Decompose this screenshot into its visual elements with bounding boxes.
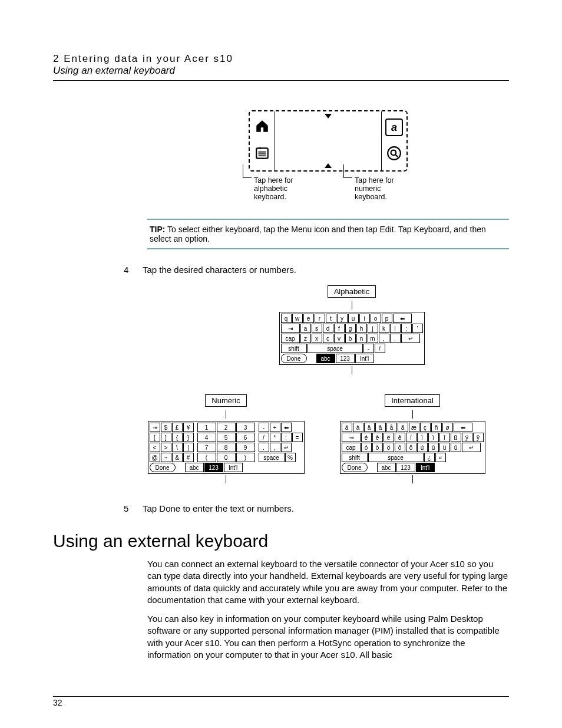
keyboard-key: space bbox=[259, 453, 285, 462]
keyboard-key: & bbox=[172, 453, 183, 462]
keyboard-key: [ bbox=[150, 433, 160, 442]
keyboard-key: shift bbox=[281, 344, 307, 353]
keyboard-key: ] bbox=[161, 433, 171, 442]
keyboard-key: f bbox=[334, 324, 345, 333]
keyboard-key: l bbox=[390, 324, 401, 333]
svg-line-6 bbox=[395, 154, 398, 157]
keyboard-key: ⇥ bbox=[281, 324, 300, 333]
keyboard-key: Int'l bbox=[355, 354, 374, 363]
keyboard-key: ) bbox=[236, 453, 255, 462]
keyboard-key: í bbox=[406, 433, 416, 442]
keyboard-key: k bbox=[379, 324, 389, 333]
keyboard-key: h bbox=[356, 324, 367, 333]
tip-label: TIP: bbox=[150, 225, 165, 234]
keyboard-key: q bbox=[281, 314, 292, 323]
keyboard-key: y bbox=[337, 314, 348, 323]
keyboard-key: space bbox=[308, 344, 363, 353]
keyboard-key: 5 bbox=[217, 433, 236, 442]
keyboard-key: p bbox=[382, 314, 392, 323]
keyboard-key: ó bbox=[361, 443, 372, 452]
keyboard-key: 123 bbox=[336, 354, 355, 363]
keyboard-alpha: Alphabetic qwertyuiop⬅⇥asdfghjkl;'capzxc… bbox=[279, 285, 425, 377]
keyboard-key: r bbox=[315, 314, 325, 323]
keyboard-key: . bbox=[390, 334, 401, 343]
keyboard-key: õ bbox=[406, 443, 416, 452]
menu-icon bbox=[254, 146, 270, 163]
keyboard-key: å bbox=[386, 423, 397, 432]
keyboard-key: ↵ bbox=[281, 443, 292, 452]
graffiti-writing-area bbox=[275, 111, 381, 170]
page: 2 Entering data in your Acer s10 Using a… bbox=[0, 0, 562, 725]
keyboard-key: j bbox=[368, 324, 378, 333]
triangle-up-icon bbox=[325, 163, 332, 168]
keyboard-key: 1 bbox=[197, 423, 216, 432]
running-header: 2 Entering data in your Acer s10 Using a… bbox=[53, 53, 509, 77]
keyboard-alpha-title: Alphabetic bbox=[328, 285, 376, 298]
svg-rect-0 bbox=[256, 148, 268, 158]
keyboard-key: ' bbox=[412, 324, 423, 333]
header-rule bbox=[53, 80, 509, 81]
keyboard-key: 4 bbox=[197, 433, 216, 442]
keyboard-key: w bbox=[292, 314, 303, 323]
keyboard-key: % bbox=[285, 453, 296, 462]
keyboard-key: ö bbox=[384, 443, 394, 452]
keyboard-numeric-title: Numeric bbox=[205, 394, 246, 407]
keyboard-key: , bbox=[379, 334, 389, 343]
keyboard-key: cap bbox=[281, 334, 300, 343]
keyboard-key: e bbox=[303, 314, 314, 323]
keyboard-key: ê bbox=[395, 433, 405, 442]
keyboard-key: Int'l bbox=[416, 463, 435, 472]
keyboard-key: n bbox=[356, 334, 367, 343]
keyboard-key: z bbox=[300, 334, 311, 343]
step-5-text: Tap Done to enter the text or numbers. bbox=[143, 503, 294, 513]
at-icon: a bbox=[385, 118, 403, 136]
keyboard-key: @ bbox=[150, 453, 160, 462]
keyboard-key: } bbox=[183, 433, 194, 442]
callout-alpha: Tap here for alphabetic keyboard. bbox=[243, 176, 313, 201]
keyboard-key: « bbox=[435, 453, 446, 462]
callout-alpha-text: Tap here for alphabetic keyboard. bbox=[254, 176, 313, 201]
keyboard-key: $ bbox=[161, 423, 171, 432]
keyboard-key: * bbox=[270, 433, 280, 442]
keyboard-key: / bbox=[375, 344, 385, 353]
keyboard-key: û bbox=[451, 443, 461, 452]
keyboard-key: # bbox=[183, 453, 194, 462]
keyboard-key: ü bbox=[439, 443, 450, 452]
svg-point-5 bbox=[391, 150, 396, 156]
keyboard-key: á bbox=[342, 423, 352, 432]
keyboard-key: ä bbox=[364, 423, 375, 432]
callout-numeric: Tap here for numeric keyboard. bbox=[343, 176, 414, 201]
keyboard-key: b bbox=[345, 334, 356, 343]
keyboard-key: 0 bbox=[217, 453, 236, 462]
page-number: 32 bbox=[53, 698, 62, 707]
keyboard-key: i bbox=[359, 314, 370, 323]
graffiti-left-icons bbox=[250, 111, 275, 170]
keyboard-numeric: Numeric ⇥$£¥123-+⬅[]{}456/*:=<>\|789.,↵@… bbox=[148, 394, 305, 486]
keyboard-key: . bbox=[259, 443, 269, 452]
keyboard-key: ã bbox=[398, 423, 408, 432]
keyboard-key: 123 bbox=[204, 463, 223, 472]
keyboard-key: ø bbox=[442, 423, 453, 432]
triangle-down-icon bbox=[325, 114, 332, 118]
keyboard-key: ñ bbox=[431, 423, 442, 432]
keyboard-key: ç bbox=[420, 423, 431, 432]
keyboard-key: ; bbox=[401, 324, 412, 333]
keyboard-key: : bbox=[281, 433, 292, 442]
keyboard-key: shift bbox=[342, 453, 368, 462]
keyboard-key: Done bbox=[150, 463, 176, 472]
keyboard-key: ↵ bbox=[462, 443, 481, 452]
keyboard-key: space bbox=[368, 453, 424, 462]
chapter-title: 2 Entering data in your Acer s10 bbox=[53, 53, 509, 65]
keyboard-key: ß bbox=[451, 433, 461, 442]
keyboard-figures: Alphabetic qwertyuiop⬅⇥asdfghjkl;'capzxc… bbox=[124, 285, 509, 486]
keyboard-key: abc bbox=[316, 354, 335, 363]
keyboard-intl: International áàäâåãæçñø⬅⇥éèëêíìïîßýÿcap… bbox=[340, 394, 485, 486]
keyboard-key: é bbox=[361, 433, 372, 442]
keyboard-key: abc bbox=[185, 463, 204, 472]
keyboard-key: î bbox=[439, 433, 450, 442]
keyboard-key: cap bbox=[342, 443, 361, 452]
keyboard-key: < bbox=[150, 443, 160, 452]
keyboard-key: ⬅ bbox=[393, 314, 412, 323]
keyboard-key: ï bbox=[428, 433, 439, 442]
keyboard-key: ¿ bbox=[424, 453, 435, 462]
